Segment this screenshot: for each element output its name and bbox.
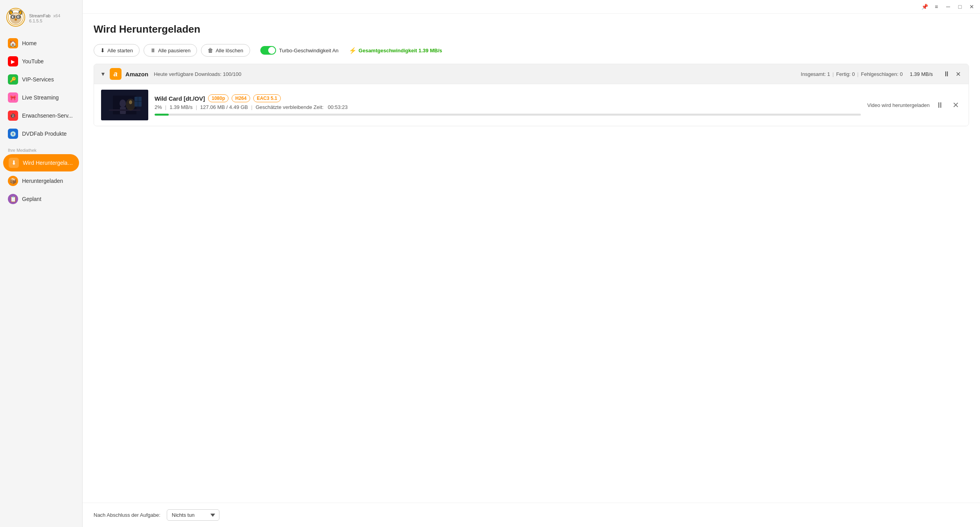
sidebar-item-scheduled[interactable]: 📋 Geplant <box>3 190 79 208</box>
logo-text: StreamFab x64 6.1.5.5 <box>29 12 60 23</box>
sidebar-item-adult[interactable]: 🔞 Erwachsenen-Serv... <box>3 107 79 124</box>
sidebar-item-downloaded[interactable]: 📦 Heruntergeladen <box>3 172 79 190</box>
group-quota: Heute verfügbare Downloads: 100/100 <box>154 71 241 77</box>
logo-svg <box>8 9 24 25</box>
pause-icon: ⏸ <box>150 47 156 53</box>
speed-label: Gesamtgeschwindigkeit 1.39 MB/s <box>359 48 442 53</box>
group-close-button[interactable]: ✕ <box>954 70 962 79</box>
download-group: ▼ a Amazon Heute verfügbare Downloads: 1… <box>94 64 969 126</box>
sidebar-item-dvdfab[interactable]: 💿 DVDFab Produkte <box>3 125 79 142</box>
sidebar-item-downloading[interactable]: ⬇ Wird Heruntergela… <box>3 154 79 171</box>
sidebar: StreamFab x64 6.1.5.5 🏠 Home ▶ YouTube 🔑… <box>0 0 83 527</box>
group-actions: ⏸ ✕ <box>941 69 962 79</box>
group-name: Amazon <box>125 71 148 77</box>
sidebar-item-label: YouTube <box>22 58 44 64</box>
sidebar-item-livestream[interactable]: 🎀 Live Streaming <box>3 89 79 106</box>
content-area: Wird Heruntergeladen ⬇ Alle starten ⏸ Al… <box>83 14 980 503</box>
sidebar-item-label: Heruntergeladen <box>22 178 63 184</box>
title-bar: 📌 ≡ ─ □ ✕ <box>83 0 980 14</box>
group-header: ▼ a Amazon Heute verfügbare Downloads: 1… <box>94 64 969 84</box>
minimize-button[interactable]: ─ <box>944 2 952 11</box>
pause-all-button[interactable]: ⏸ Alle pausieren <box>144 44 197 57</box>
amazon-icon: a <box>110 68 122 80</box>
badge-audio: EAC3 5.1 <box>253 94 281 102</box>
footer: Nach Abschluss der Aufgabe: Nichts tun H… <box>83 503 980 527</box>
eta-label: Geschätzte verbleibende Zeit: 00:53:23 <box>256 104 348 110</box>
group-speed: 1.39 MB/s <box>910 71 933 77</box>
speed-area: ⚡ Gesamtgeschwindigkeit 1.39 MB/s <box>349 47 442 54</box>
sidebar-item-youtube[interactable]: ▶ YouTube <box>3 53 79 70</box>
sidebar-item-vip[interactable]: 🔑 VIP-Services <box>3 71 79 88</box>
download-meta: 2% | 1.39 MB/s | 127.06 MB / 4.49 GB | G… <box>155 104 861 110</box>
group-pause-button[interactable]: ⏸ <box>941 69 952 79</box>
sidebar-item-label: Geplant <box>22 196 41 202</box>
delete-all-button[interactable]: 🗑 Alle löschen <box>201 44 250 57</box>
sidebar-item-label: Erwachsenen-Serv... <box>22 112 73 119</box>
stat-total: Insgesamt: 1 <box>801 71 830 77</box>
download-item: Wild Card [dt./OV] 1080p H264 EAC3 5.1 2… <box>94 84 969 126</box>
app-version: 6.1.5.5 <box>29 18 60 23</box>
svg-rect-18 <box>109 109 140 111</box>
download-title: Wild Card [dt./OV] <box>155 95 205 102</box>
downloaded-icon: 📦 <box>8 176 18 186</box>
sidebar-item-home[interactable]: 🏠 Home <box>3 35 79 52</box>
pin-button[interactable]: 📌 <box>920 2 929 11</box>
livestream-icon: 🎀 <box>8 92 18 103</box>
svg-point-16 <box>120 100 126 107</box>
start-all-button[interactable]: ⬇ Alle starten <box>94 44 140 57</box>
bolt-icon: ⚡ <box>349 47 357 54</box>
sidebar-item-label: DVDFab Produkte <box>22 131 67 137</box>
toolbar: ⬇ Alle starten ⏸ Alle pausieren 🗑 Alle l… <box>94 44 969 57</box>
after-task-select[interactable]: Nichts tun Herunterfahren Ruhezustand <box>167 509 219 521</box>
svg-point-11 <box>18 17 20 18</box>
sidebar-item-label: Wird Heruntergela… <box>23 160 73 166</box>
footer-label: Nach Abschluss der Aufgabe: <box>94 512 160 518</box>
download-icon: ⬇ <box>100 47 105 53</box>
download-status: Video wird heruntergeladen ⏸ ✕ <box>867 100 962 111</box>
library-label: Ihre Mediathek <box>3 143 79 154</box>
collapse-button[interactable]: ▼ <box>100 71 106 77</box>
vip-icon: 🔑 <box>8 74 18 85</box>
app-logo: StreamFab x64 6.1.5.5 <box>0 4 82 35</box>
badge-codec: H264 <box>232 94 250 102</box>
progress-bar-bg <box>155 114 861 116</box>
download-title-row: Wild Card [dt./OV] 1080p H264 EAC3 5.1 <box>155 94 861 102</box>
download-size: 127.06 MB / 4.49 GB <box>200 104 248 110</box>
svg-point-20 <box>129 100 132 104</box>
menu-button[interactable]: ≡ <box>932 2 941 11</box>
sidebar-nav: 🏠 Home ▶ YouTube 🔑 VIP-Services 🎀 Live S… <box>0 35 82 208</box>
download-info: Wild Card [dt./OV] 1080p H264 EAC3 5.1 2… <box>155 94 861 116</box>
sidebar-item-label: Live Streaming <box>22 94 59 101</box>
group-stats: Insgesamt: 1 | Fertig: 0 | Fehlgeschlage… <box>801 71 933 77</box>
adult-icon: 🔞 <box>8 111 18 121</box>
stat-done: Fertig: 0 <box>836 71 855 77</box>
thumbnail-image <box>101 90 148 120</box>
item-pause-button[interactable]: ⏸ <box>934 100 946 111</box>
youtube-icon: ▶ <box>8 56 18 66</box>
sidebar-item-label: Home <box>22 40 37 46</box>
maximize-button[interactable]: □ <box>956 2 964 11</box>
main-content: 📌 ≡ ─ □ ✕ Wird Heruntergeladen ⬇ Alle st… <box>83 0 980 527</box>
app-name: StreamFab x64 <box>29 12 60 18</box>
status-label: Video wird heruntergeladen <box>867 102 930 108</box>
sidebar-item-label: VIP-Services <box>22 76 54 83</box>
eta-value: 00:53:23 <box>328 104 348 110</box>
downloading-icon: ⬇ <box>9 158 19 168</box>
turbo-toggle[interactable] <box>260 46 276 55</box>
turbo-label: Turbo-Geschwindigkeit An <box>279 48 339 53</box>
stat-failed: Fehlgeschlagen: 0 <box>861 71 903 77</box>
home-icon: 🏠 <box>8 38 18 48</box>
svg-point-10 <box>13 17 14 18</box>
page-title: Wird Heruntergeladen <box>94 23 969 35</box>
progress-bar-fill <box>155 114 169 116</box>
logo-icon <box>6 8 25 27</box>
badge-resolution: 1080p <box>208 94 228 102</box>
svg-point-12 <box>15 18 17 20</box>
close-button[interactable]: ✕ <box>967 2 976 11</box>
download-speed: 1.39 MB/s <box>169 104 193 110</box>
download-thumbnail <box>101 90 148 120</box>
item-remove-button[interactable]: ✕ <box>950 100 962 111</box>
trash-icon: 🗑 <box>208 47 213 53</box>
turbo-area: Turbo-Geschwindigkeit An <box>260 46 339 55</box>
scheduled-icon: 📋 <box>8 194 18 204</box>
